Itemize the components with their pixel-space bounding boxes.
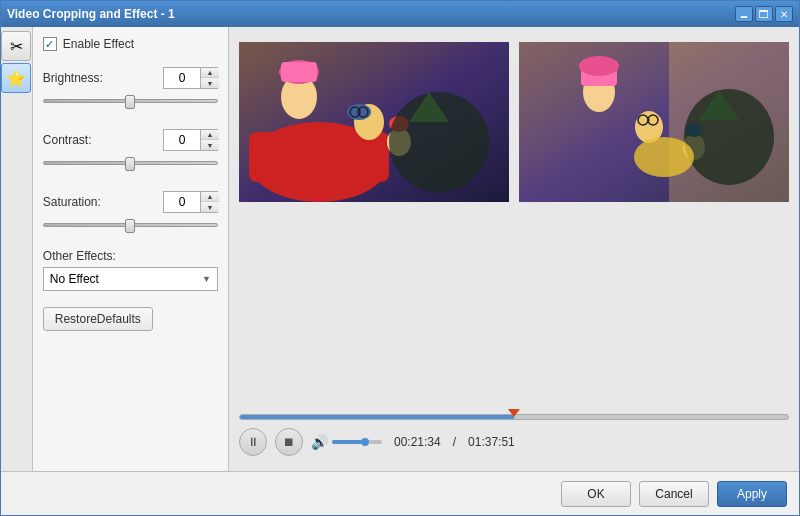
bottom-button-bar: OK Cancel Apply bbox=[1, 471, 799, 515]
saturation-label-row: Saturation: ▲ ▼ bbox=[43, 191, 218, 213]
contrast-up-button[interactable]: ▲ bbox=[201, 130, 219, 140]
brightness-slider-track[interactable] bbox=[43, 99, 218, 103]
apply-label: Apply bbox=[737, 487, 767, 501]
cancel-button[interactable]: Cancel bbox=[639, 481, 709, 507]
svg-point-27 bbox=[684, 89, 774, 185]
pause-icon: ⏸ bbox=[247, 435, 259, 449]
stop-button[interactable]: ⏹ bbox=[275, 428, 303, 456]
close-button[interactable]: ✕ bbox=[775, 6, 793, 22]
volume-slider[interactable] bbox=[332, 440, 382, 444]
title-bar: Video Cropping and Effect - 1 🗕 🗖 ✕ bbox=[1, 1, 799, 27]
saturation-up-button[interactable]: ▲ bbox=[201, 192, 219, 202]
brightness-spinners: ▲ ▼ bbox=[200, 68, 219, 88]
timeline-triangle-icon bbox=[508, 409, 520, 417]
saturation-spinners: ▲ ▼ bbox=[200, 192, 219, 212]
other-effects-section: Other Effects: No Effect ▼ bbox=[43, 249, 218, 291]
left-control-panel: ✓ Enable Effect Brightness: ▲ ▼ bbox=[33, 27, 229, 471]
brightness-label: Brightness: bbox=[43, 71, 103, 85]
effect-icon-button[interactable]: ⭐ bbox=[1, 63, 31, 93]
window-title: Video Cropping and Effect - 1 bbox=[7, 7, 175, 21]
saturation-label: Saturation: bbox=[43, 195, 101, 209]
volume-fill bbox=[332, 440, 362, 444]
other-effects-label: Other Effects: bbox=[43, 249, 116, 263]
enable-effect-label: Enable Effect bbox=[63, 37, 134, 51]
video-previews-area bbox=[239, 37, 789, 399]
svg-rect-6 bbox=[281, 62, 317, 82]
brightness-section: Brightness: ▲ ▼ bbox=[43, 63, 218, 117]
contrast-down-button[interactable]: ▼ bbox=[201, 140, 219, 150]
restore-defaults-label: RestoreDefaults bbox=[55, 312, 141, 326]
apply-button[interactable]: Apply bbox=[717, 481, 787, 507]
brightness-slider-container bbox=[43, 93, 218, 109]
saturation-slider-container bbox=[43, 217, 218, 233]
brightness-down-button[interactable]: ▼ bbox=[201, 78, 219, 88]
contrast-label-row: Contrast: ▲ ▼ bbox=[43, 129, 218, 151]
brightness-slider-thumb[interactable] bbox=[125, 95, 135, 109]
main-window: Video Cropping and Effect - 1 🗕 🗖 ✕ ✂ ⭐ … bbox=[0, 0, 800, 516]
contrast-slider-thumb[interactable] bbox=[125, 157, 135, 171]
saturation-section: Saturation: ▲ ▼ bbox=[43, 187, 218, 241]
contrast-input[interactable] bbox=[164, 132, 200, 148]
brightness-input[interactable] bbox=[164, 70, 200, 86]
time-total: 01:37:51 bbox=[468, 435, 515, 449]
timeline-bar[interactable] bbox=[239, 414, 789, 420]
brightness-label-row: Brightness: ▲ ▼ bbox=[43, 67, 218, 89]
contrast-spinners: ▲ ▼ bbox=[200, 130, 219, 150]
saturation-slider-thumb[interactable] bbox=[125, 219, 135, 233]
time-current: 00:21:34 bbox=[394, 435, 441, 449]
preview-video-svg bbox=[519, 42, 789, 202]
preview-video-frame bbox=[519, 42, 789, 202]
contrast-input-group: ▲ ▼ bbox=[163, 129, 218, 151]
cancel-label: Cancel bbox=[655, 487, 692, 501]
stop-icon: ⏹ bbox=[283, 435, 295, 449]
maximize-button[interactable]: 🗖 bbox=[755, 6, 773, 22]
volume-area: 🔊 bbox=[311, 434, 382, 450]
crop-icon-button[interactable]: ✂ bbox=[1, 31, 31, 61]
time-separator: / bbox=[453, 435, 456, 449]
contrast-slider-container bbox=[43, 155, 218, 171]
volume-thumb bbox=[361, 438, 369, 446]
enable-effect-row: ✓ Enable Effect bbox=[43, 37, 218, 51]
saturation-down-button[interactable]: ▼ bbox=[201, 202, 219, 212]
timeline-progress bbox=[240, 415, 514, 419]
enable-effect-checkbox[interactable]: ✓ bbox=[43, 37, 57, 51]
svg-point-20 bbox=[579, 56, 619, 76]
playback-controls: ⏸ ⏹ 🔊 00:21:34 / 01:37:51 bbox=[239, 428, 789, 456]
timeline-area: ⏸ ⏹ 🔊 00:21:34 / 01:37:51 bbox=[239, 409, 789, 461]
icon-sidebar: ✂ ⭐ bbox=[1, 27, 33, 471]
minimize-button[interactable]: 🗕 bbox=[735, 6, 753, 22]
saturation-input[interactable] bbox=[164, 194, 200, 210]
saturation-input-group: ▲ ▼ bbox=[163, 191, 218, 213]
timeline-indicator bbox=[508, 409, 520, 417]
original-video-svg bbox=[239, 42, 509, 202]
preview-video-preview bbox=[519, 42, 789, 202]
window-controls: 🗕 🗖 ✕ bbox=[735, 6, 793, 22]
volume-icon[interactable]: 🔊 bbox=[311, 434, 328, 450]
content-area: ✂ ⭐ ✓ Enable Effect Brightness: ▲ ▼ bbox=[1, 27, 799, 471]
right-video-panel: ⏸ ⏹ 🔊 00:21:34 / 01:37:51 bbox=[229, 27, 799, 471]
pause-button[interactable]: ⏸ bbox=[239, 428, 267, 456]
contrast-label: Contrast: bbox=[43, 133, 92, 147]
restore-defaults-button[interactable]: RestoreDefaults bbox=[43, 307, 153, 331]
saturation-slider-track[interactable] bbox=[43, 223, 218, 227]
effects-dropdown[interactable]: No Effect ▼ bbox=[43, 267, 218, 291]
brightness-input-group: ▲ ▼ bbox=[163, 67, 218, 89]
svg-point-29 bbox=[634, 137, 694, 177]
ok-button[interactable]: OK bbox=[561, 481, 631, 507]
contrast-slider-track[interactable] bbox=[43, 161, 218, 165]
effects-dropdown-value: No Effect bbox=[50, 272, 99, 286]
original-video-frame bbox=[239, 42, 509, 202]
ok-label: OK bbox=[587, 487, 604, 501]
dropdown-arrow-icon: ▼ bbox=[202, 274, 211, 284]
contrast-section: Contrast: ▲ ▼ bbox=[43, 125, 218, 179]
brightness-up-button[interactable]: ▲ bbox=[201, 68, 219, 78]
original-video-preview bbox=[239, 42, 509, 202]
